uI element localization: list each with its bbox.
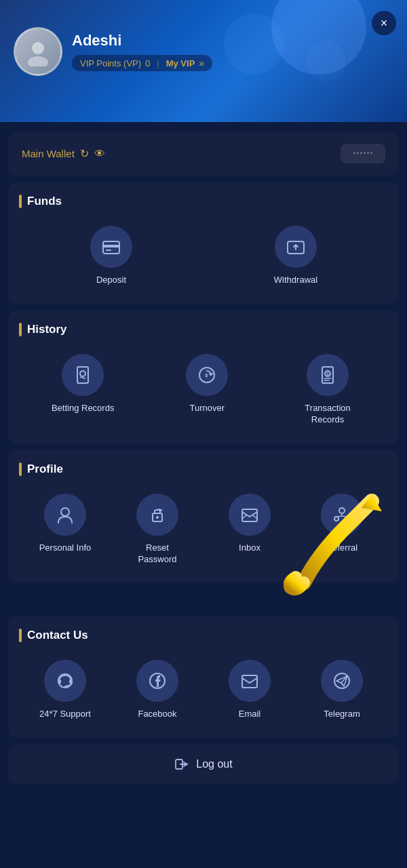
history-section: History Betting Records $ Tu [8,311,399,443]
support-label: 24*7 Support [39,709,91,720]
deposit-icon-circle [90,226,132,268]
svg-point-13 [61,508,69,516]
personal-info-icon-circle [44,494,86,536]
logout-label: Log out [196,758,232,770]
svg-point-7 [80,371,85,376]
inbox-item[interactable]: Inbox [219,488,280,571]
inbox-icon-circle [229,494,271,536]
support-item[interactable]: 24*7 Support [35,654,96,726]
transaction-records-label: TransactionRecords [305,403,350,426]
turnover-label: Turnover [189,403,225,414]
contact-grid: 24*7 Support Facebook Email [19,654,388,726]
funds-title: Funds [19,195,388,208]
profile-grid: Personal Info ResetPassword [19,488,388,571]
svg-point-15 [156,516,159,519]
refresh-icon[interactable]: ↻ [80,147,89,160]
email-icon-circle [229,660,271,702]
turnover-item[interactable]: $ Turnover [176,349,237,431]
vip-badge[interactable]: VIP Points (VP) 0 | My VIP » [72,55,212,71]
profile-section: Profile Personal Info Reset [8,450,399,583]
referral-label: Referral [326,542,357,554]
user-row: Adeshi VIP Points (VP) 0 | My VIP » [14,27,393,76]
wallet-label: Main Wallet ↻ 👁 [22,147,105,160]
betting-records-item[interactable]: Betting Records [49,349,117,431]
svg-point-17 [339,508,345,513]
history-title: History [19,323,388,336]
my-vip-label: My VIP [166,58,195,68]
support-icon-circle [44,660,86,702]
svg-point-18 [334,517,338,521]
transaction-records-icon-circle: $ [307,354,349,396]
reset-password-label: ResetPassword [138,542,176,566]
wallet-section: Main Wallet ↻ 👁 ······ [8,132,399,176]
telegram-icon-circle [321,660,363,702]
personal-info-item[interactable]: Personal Info [35,488,96,571]
svg-rect-22 [58,679,61,684]
svg-point-0 [32,42,44,54]
contact-section: Contact Us 24*7 Support Fac [8,616,399,738]
header: × Adeshi VIP Points (VP) 0 | My VIP » [0,0,407,122]
funds-grid: Deposit Withdrawal [19,220,388,292]
facebook-icon-circle [136,660,178,702]
facebook-label: Facebook [138,709,176,720]
referral-icon-circle [321,494,363,536]
personal-info-label: Personal Info [39,542,92,554]
withdrawal-label: Withdrawal [274,275,317,286]
betting-records-icon-circle [62,354,104,396]
username: Adeshi [72,32,212,50]
telegram-item[interactable]: Telegram [311,654,372,726]
email-label: Email [239,709,261,720]
reset-password-item[interactable]: ResetPassword [127,488,188,571]
vip-points-label: VIP Points (VP) [80,58,141,68]
svg-rect-25 [242,675,257,688]
telegram-label: Telegram [324,709,360,720]
svg-rect-4 [106,250,111,251]
withdrawal-icon-circle [275,226,317,268]
deposit-label: Deposit [96,275,126,286]
funds-section: Funds Deposit Withdrawal [8,182,399,304]
email-item[interactable]: Email [219,654,280,726]
facebook-item[interactable]: Facebook [127,654,188,726]
svg-text:$: $ [326,372,329,377]
profile-title: Profile [19,462,388,476]
svg-rect-6 [77,367,88,383]
logout-button[interactable]: Log out [8,745,399,784]
reset-password-icon-circle [136,494,178,536]
close-button[interactable]: × [372,11,396,35]
betting-records-label: Betting Records [52,403,115,414]
deposit-item[interactable]: Deposit [81,220,142,292]
avatar [14,27,62,76]
svg-point-1 [28,56,48,66]
vip-arrow-icon: » [199,58,204,68]
inbox-label: Inbox [239,542,260,554]
eye-icon[interactable]: 👁 [94,148,105,160]
referral-item[interactable]: Referral [311,488,372,571]
withdrawal-item[interactable]: Withdrawal [265,220,326,292]
svg-rect-3 [103,245,119,248]
turnover-icon-circle: $ [186,354,228,396]
svg-text:$: $ [205,372,208,378]
svg-rect-16 [242,509,257,521]
svg-point-19 [345,517,349,521]
history-grid: Betting Records $ Turnover $ [19,349,388,431]
user-info: Adeshi VIP Points (VP) 0 | My VIP » [72,32,212,71]
wallet-amount: ······ [341,144,385,163]
logout-icon [174,757,189,772]
transaction-records-item[interactable]: $ TransactionRecords [297,349,358,431]
vip-points-value: 0 [145,58,150,68]
contact-title: Contact Us [19,629,388,642]
